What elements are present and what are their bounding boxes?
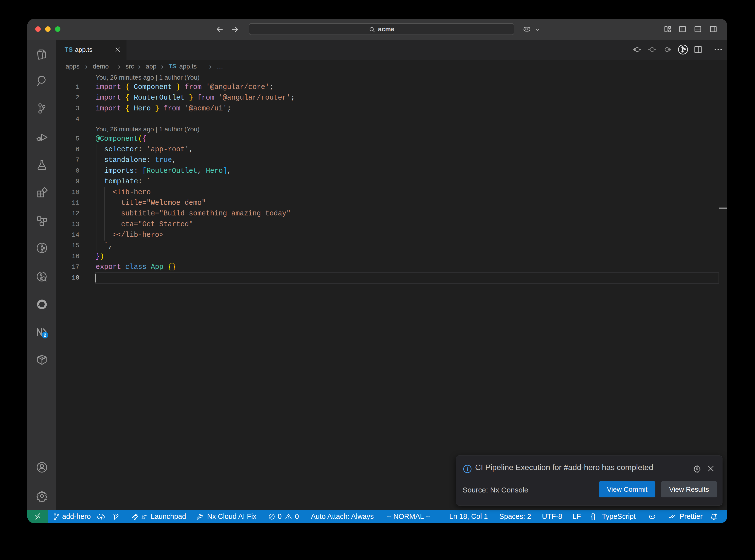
svg-text:2: 2 <box>44 333 46 338</box>
